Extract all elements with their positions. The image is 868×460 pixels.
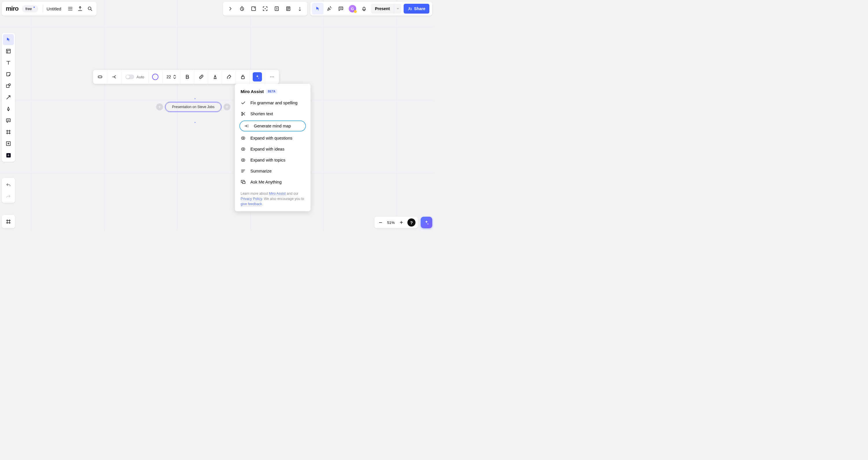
assist-title: Miro Assist <box>241 89 264 94</box>
text-color-button[interactable] <box>208 70 222 84</box>
more-tools[interactable]: + <box>3 150 14 161</box>
shape-style-button[interactable] <box>93 70 107 84</box>
select-tool[interactable] <box>3 34 14 45</box>
ai-fab-button[interactable] <box>421 217 432 228</box>
link-button[interactable] <box>194 70 208 84</box>
comment-tool[interactable] <box>3 115 14 126</box>
plan-label: free <box>26 7 32 11</box>
privacy-link[interactable]: Privacy Policy <box>241 197 262 201</box>
highlighter-icon <box>226 74 232 80</box>
redo-icon <box>5 193 11 199</box>
assist-expand-questions[interactable]: Expand with questions <box>235 133 311 143</box>
miro-assist-link[interactable]: Miro Assist <box>269 192 286 196</box>
lock-button[interactable] <box>236 70 250 84</box>
font-size-stepper[interactable]: 22 <box>162 70 181 84</box>
scissors-icon <box>241 111 246 117</box>
logo[interactable]: miro <box>6 5 19 12</box>
more-options-button[interactable] <box>265 70 279 84</box>
zoom-value[interactable]: 51% <box>385 221 396 225</box>
cursor-icon <box>315 6 321 11</box>
canvas[interactable] <box>0 0 434 230</box>
pen-tool[interactable] <box>3 103 14 114</box>
fit-frame-button[interactable] <box>3 216 14 227</box>
notifications-button[interactable] <box>358 3 370 14</box>
ai-assist-button[interactable] <box>250 70 265 84</box>
node-handle-bottom[interactable] <box>194 122 196 123</box>
focus-button[interactable] <box>259 3 271 14</box>
hide-content-button[interactable] <box>248 3 259 14</box>
zoom-in-button[interactable]: + <box>396 218 406 227</box>
voting-button[interactable]: 3 <box>271 3 282 14</box>
branch-style-button[interactable] <box>107 70 121 84</box>
pen-icon <box>5 106 11 112</box>
auto-layout-toggle[interactable]: Auto <box>121 70 149 84</box>
bold-button[interactable] <box>180 70 194 84</box>
color-picker-button[interactable] <box>149 70 162 84</box>
reactions-button[interactable] <box>323 3 335 14</box>
cursor-select-button[interactable] <box>312 3 323 14</box>
footer-text: and our <box>286 192 299 196</box>
shape-tool[interactable] <box>3 80 14 91</box>
share-button[interactable]: Share <box>404 4 429 13</box>
export-button[interactable] <box>75 4 85 13</box>
bottom-right-cluster: − 51% + ? <box>374 217 432 228</box>
text-tool[interactable] <box>3 57 14 68</box>
line-tool[interactable] <box>3 92 14 103</box>
assist-generate-mindmap[interactable]: Generate mind map <box>240 121 306 131</box>
assist-shorten[interactable]: Shorten text <box>235 108 311 119</box>
plan-pill[interactable]: free <box>22 5 38 12</box>
upload-tool[interactable] <box>3 138 14 149</box>
divider <box>43 5 43 12</box>
top-right-cluster: 3 G Present Sh <box>223 2 432 15</box>
assist-summarize[interactable]: Summarize <box>235 166 311 176</box>
redo-button[interactable] <box>3 191 14 202</box>
node-handle-top[interactable] <box>194 98 196 99</box>
feedback-link[interactable]: give feedback <box>241 202 262 206</box>
timer-button[interactable] <box>236 3 248 14</box>
assist-footer: Learn more about Miro Assist and our Pri… <box>235 188 311 206</box>
caret-down-icon[interactable] <box>173 77 176 79</box>
assist-fix-grammar[interactable]: Fix grammar and spelling <box>235 97 311 108</box>
mindmap-node[interactable]: Presentation on Steve Jobs <box>165 102 221 111</box>
lock-open-icon <box>240 74 246 80</box>
sticky-note-tool[interactable] <box>3 69 14 80</box>
present-button[interactable]: Present <box>371 6 394 11</box>
assist-expand-topics[interactable]: Expand with topics <box>235 155 311 166</box>
plus-circle-icon <box>241 146 246 152</box>
present-caret[interactable] <box>394 4 401 13</box>
expand-left-button[interactable] <box>225 3 236 14</box>
search-button[interactable] <box>85 4 95 13</box>
apps-more-button[interactable] <box>294 3 306 14</box>
svg-point-22 <box>273 76 274 77</box>
add-left-button[interactable]: + <box>156 103 163 110</box>
undo-button[interactable] <box>3 179 14 190</box>
svg-rect-11 <box>6 49 10 53</box>
svg-point-8 <box>299 7 300 8</box>
zoom-out-button[interactable]: − <box>376 218 385 227</box>
template-icon <box>5 48 11 54</box>
caret-up-icon[interactable] <box>173 74 176 77</box>
check-icon <box>241 100 246 105</box>
confetti-icon <box>327 6 332 11</box>
templates-tool[interactable] <box>3 46 14 57</box>
comments-button[interactable] <box>335 3 347 14</box>
svg-point-20 <box>270 76 271 77</box>
assist-ask-anything[interactable]: Ask Me Anything <box>235 176 311 188</box>
notes-button[interactable] <box>282 3 294 14</box>
assist-expand-ideas[interactable]: Expand with ideas <box>235 143 311 155</box>
svg-rect-29 <box>243 182 245 184</box>
chat-icon <box>241 179 246 185</box>
avatar-button[interactable]: G <box>347 3 358 14</box>
svg-rect-2 <box>252 7 255 10</box>
sparkle-icon <box>255 74 260 79</box>
undo-icon <box>5 182 11 188</box>
shape-icon <box>5 83 11 89</box>
highlight-button[interactable] <box>222 70 236 84</box>
focus-icon <box>262 6 268 11</box>
add-right-button[interactable]: + <box>223 103 230 110</box>
summary-icon <box>241 168 246 174</box>
board-title[interactable]: Untitled <box>46 6 61 11</box>
frame-tool[interactable] <box>3 127 14 137</box>
help-button[interactable]: ? <box>407 219 415 227</box>
menu-button[interactable] <box>65 4 75 13</box>
